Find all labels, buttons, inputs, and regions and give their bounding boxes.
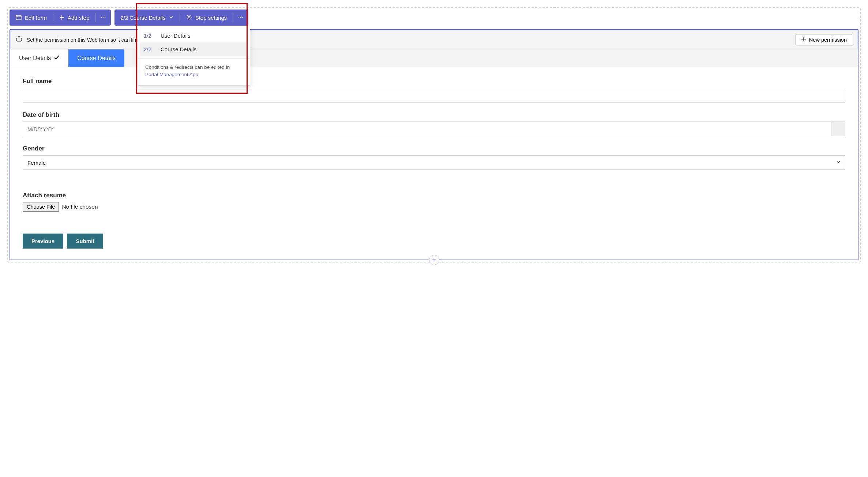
svg-point-9 bbox=[238, 16, 240, 18]
step-selector-button[interactable]: 2/2 Course Details bbox=[114, 10, 179, 26]
svg-point-8 bbox=[188, 16, 190, 18]
svg-point-2 bbox=[17, 16, 17, 16]
add-component-button[interactable]: + bbox=[429, 255, 439, 265]
edit-form-button[interactable]: Edit form bbox=[10, 10, 53, 26]
tab-label: User Details bbox=[19, 55, 51, 62]
info-icon bbox=[16, 36, 22, 44]
step-dropdown-footer: Conditions & redirects can be edited in … bbox=[138, 58, 250, 85]
step-dropdown-item-2[interactable]: 2/2 Course Details bbox=[140, 42, 248, 56]
step-dropdown: 1/2 User Details 2/2 Course Details Cond… bbox=[138, 26, 250, 86]
step-more-button[interactable] bbox=[233, 10, 248, 26]
plus-icon bbox=[59, 15, 65, 21]
portal-mgmt-link[interactable]: Portal Management App bbox=[145, 72, 198, 77]
svg-point-11 bbox=[242, 16, 243, 18]
dob-label: Date of birth bbox=[23, 111, 845, 119]
submit-button[interactable]: Submit bbox=[67, 234, 103, 249]
toolbar-row: Edit form Add step 2/2 Course bbox=[10, 10, 858, 26]
add-step-label: Add step bbox=[68, 15, 89, 21]
step-num: 1/2 bbox=[144, 33, 154, 39]
svg-point-10 bbox=[240, 16, 241, 18]
edit-form-label: Edit form bbox=[25, 15, 47, 21]
tab-label: Course Details bbox=[77, 55, 116, 62]
previous-button[interactable]: Previous bbox=[23, 234, 63, 249]
tab-course-details[interactable]: Course Details bbox=[68, 49, 124, 67]
step-label: Course Details bbox=[161, 46, 196, 52]
step-num: 2/2 bbox=[144, 46, 154, 52]
svg-point-5 bbox=[101, 16, 102, 18]
more-icon bbox=[100, 14, 106, 22]
svg-point-7 bbox=[105, 16, 106, 18]
chevron-down-icon bbox=[169, 15, 174, 21]
attach-label: Attach resume bbox=[23, 192, 845, 199]
canvas-container: Edit form Add step 2/2 Course bbox=[7, 7, 861, 262]
choose-file-button[interactable]: Choose File bbox=[23, 202, 59, 212]
step-label: User Details bbox=[161, 33, 191, 39]
step-dropdown-item-1[interactable]: 1/2 User Details bbox=[138, 29, 250, 42]
plus-icon: + bbox=[432, 256, 436, 264]
full-name-input[interactable] bbox=[23, 88, 845, 103]
new-permission-label: New permission bbox=[809, 37, 847, 43]
gender-label: Gender bbox=[23, 145, 845, 152]
new-permission-button[interactable]: New permission bbox=[796, 34, 852, 45]
step-settings-button[interactable]: Step settings bbox=[180, 10, 233, 26]
toolbar-edit: Edit form Add step bbox=[10, 10, 111, 26]
form-body: Full name Date of birth Gender bbox=[10, 67, 858, 260]
field-dob: Date of birth bbox=[23, 111, 845, 136]
svg-point-14 bbox=[19, 38, 19, 38]
step-settings-label: Step settings bbox=[195, 15, 227, 21]
plus-icon bbox=[801, 37, 806, 43]
gear-icon bbox=[186, 14, 192, 22]
form-icon bbox=[15, 14, 22, 21]
step-selector-label: 2/2 Course Details bbox=[120, 15, 165, 21]
component-frame: Set the permission on this Web form so i… bbox=[10, 29, 858, 260]
add-step-button[interactable]: Add step bbox=[53, 10, 95, 26]
dob-input[interactable] bbox=[23, 122, 831, 136]
footer-text: Conditions & redirects can be edited in bbox=[145, 64, 230, 70]
form-actions: Previous Submit bbox=[23, 234, 845, 249]
tab-user-details[interactable]: User Details bbox=[10, 49, 68, 67]
date-picker-button[interactable] bbox=[831, 122, 845, 136]
toolbar-step: 2/2 Course Details Step settings bbox=[114, 10, 248, 26]
file-status: No file chosen bbox=[62, 204, 98, 210]
field-attach-resume: Attach resume Choose File No file chosen bbox=[23, 192, 845, 212]
field-gender: Gender bbox=[23, 145, 845, 170]
gender-select[interactable] bbox=[23, 155, 845, 170]
check-icon bbox=[54, 55, 60, 62]
more-options-button[interactable] bbox=[95, 10, 111, 26]
more-icon bbox=[237, 14, 244, 22]
svg-point-6 bbox=[103, 16, 104, 18]
